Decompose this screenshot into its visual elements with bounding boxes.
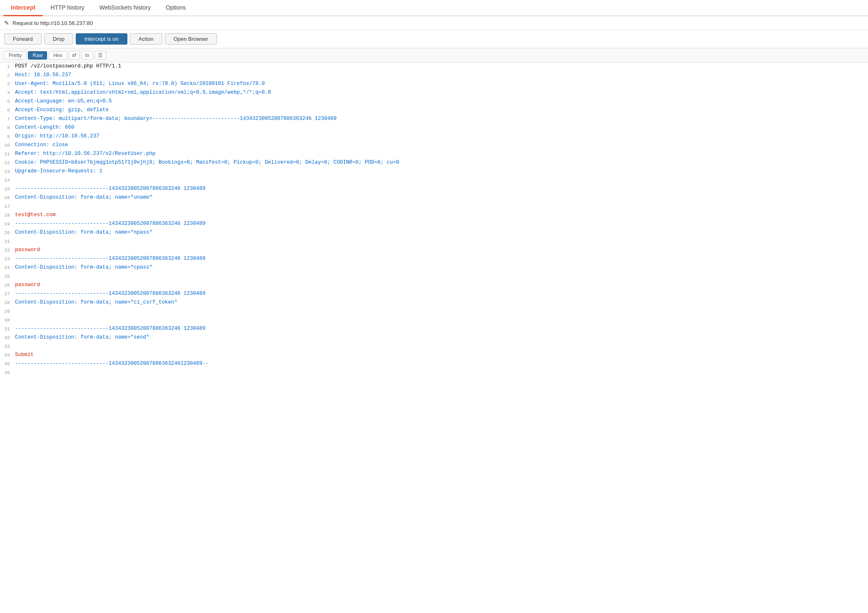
table-row: 14 bbox=[0, 176, 868, 185]
table-row: 8Content-Length: 660 bbox=[0, 124, 868, 132]
line-content: Cookie: PHPSESSID=b8ser7bjmqg1otp5171j0v… bbox=[13, 159, 868, 167]
edit-icon: ✎ bbox=[4, 20, 9, 26]
line-content: Content-Disposition: form-data; name="se… bbox=[13, 334, 868, 341]
request-label: Request to http://10.10.56.237:80 bbox=[12, 20, 93, 26]
line-number: 6 bbox=[0, 106, 13, 114]
line-number: 22 bbox=[0, 246, 13, 254]
table-row: 31------------------------------14343230… bbox=[0, 325, 868, 334]
line-number: 23 bbox=[0, 255, 13, 263]
line-content: Host: 10.10.56.237 bbox=[13, 71, 868, 79]
table-row: 17 bbox=[0, 202, 868, 211]
tab-intercept[interactable]: Intercept bbox=[3, 0, 43, 16]
table-row: 35------------------------------14343230… bbox=[0, 360, 868, 369]
line-number: 29 bbox=[0, 307, 13, 315]
table-row: 1POST /v2/lostpassword.php HTTP/1.1 bbox=[0, 62, 868, 71]
table-row: 21 bbox=[0, 237, 868, 246]
line-content: User-Agent: Mozilla/5.0 (X11; Linux x86_… bbox=[13, 80, 868, 88]
line-content: ------------------------------1434323005… bbox=[13, 325, 868, 333]
raw-button[interactable]: Raw bbox=[28, 51, 47, 60]
line-number: 19 bbox=[0, 220, 13, 228]
pretty-button[interactable]: Pretty bbox=[4, 51, 26, 60]
table-row: 2Host: 10.10.56.237 bbox=[0, 71, 868, 80]
line-number: 34 bbox=[0, 351, 13, 359]
line-content: test@test.com bbox=[13, 211, 868, 219]
open-browser-button[interactable]: Open Browser bbox=[165, 33, 217, 45]
format-row: Pretty Raw Hex ⇄ \n ☰ bbox=[0, 48, 868, 62]
line-number: 21 bbox=[0, 237, 13, 245]
newline-icon[interactable]: \n bbox=[82, 51, 93, 60]
line-number: 36 bbox=[0, 369, 13, 376]
line-content: Upgrade-Insecure-Requests: 1 bbox=[13, 167, 868, 175]
forward-button[interactable]: Forward bbox=[4, 33, 42, 45]
line-number: 8 bbox=[0, 124, 13, 132]
line-content: password bbox=[13, 281, 868, 289]
table-row: 23------------------------------14343230… bbox=[0, 255, 868, 264]
line-number: 1 bbox=[0, 62, 13, 70]
table-row: 27------------------------------14343230… bbox=[0, 290, 868, 299]
line-number: 7 bbox=[0, 115, 13, 123]
line-content: POST /v2/lostpassword.php HTTP/1.1 bbox=[13, 62, 868, 70]
line-number: 4 bbox=[0, 89, 13, 97]
hex-button[interactable]: Hex bbox=[49, 51, 67, 60]
line-number: 12 bbox=[0, 159, 13, 167]
line-content: ------------------------------1434323005… bbox=[13, 255, 868, 263]
line-content: Content-Disposition: form-data; name="ci… bbox=[13, 299, 868, 306]
table-row: 30 bbox=[0, 316, 868, 325]
table-row: 36 bbox=[0, 369, 868, 377]
line-content: Content-Disposition: form-data; name="un… bbox=[13, 194, 868, 202]
line-number: 13 bbox=[0, 167, 13, 175]
request-toolbar: ✎ Request to http://10.10.56.237:80 bbox=[0, 16, 868, 30]
drop-button[interactable]: Drop bbox=[44, 33, 73, 45]
table-row: 34Submit bbox=[0, 351, 868, 360]
table-row: 10Connection: close bbox=[0, 141, 868, 150]
line-content: Content-Disposition: form-data; name="cp… bbox=[13, 264, 868, 272]
table-row: 25 bbox=[0, 272, 868, 281]
line-number: 33 bbox=[0, 342, 13, 350]
table-row: 15------------------------------14343230… bbox=[0, 185, 868, 194]
wrap-icon[interactable]: ⇄ bbox=[69, 51, 80, 60]
line-content: ------------------------------1434323005… bbox=[13, 290, 868, 298]
table-row: 19------------------------------14343230… bbox=[0, 220, 868, 229]
table-row: 24Content-Disposition: form-data; name="… bbox=[0, 264, 868, 272]
table-row: 22password bbox=[0, 246, 868, 255]
action-button[interactable]: Action bbox=[130, 33, 162, 45]
line-number: 26 bbox=[0, 281, 13, 289]
tab-websockets-history[interactable]: WebSockets history bbox=[92, 0, 158, 16]
action-buttons: Forward Drop Intercept is on Action Open… bbox=[0, 30, 868, 48]
line-content: Content-Type: multipart/form-data; bound… bbox=[13, 115, 868, 123]
line-content: password bbox=[13, 246, 868, 254]
line-number: 25 bbox=[0, 272, 13, 280]
line-number: 9 bbox=[0, 132, 13, 140]
table-row: 9Origin: http://10.10.56.237 bbox=[0, 132, 868, 141]
line-number: 2 bbox=[0, 71, 13, 79]
line-content: Submit bbox=[13, 351, 868, 359]
table-row: 5Accept-Language: en-US,en;q=0.5 bbox=[0, 97, 868, 106]
line-content: Referer: http://10.10.56.237/v2/ResetUse… bbox=[13, 150, 868, 158]
tab-bar: Intercept HTTP history WebSockets histor… bbox=[0, 0, 868, 16]
table-row: 13Upgrade-Insecure-Requests: 1 bbox=[0, 167, 868, 176]
line-content: Content-Disposition: form-data; name="np… bbox=[13, 229, 868, 237]
table-row: 33 bbox=[0, 342, 868, 351]
line-number: 3 bbox=[0, 80, 13, 88]
table-row: 4Accept: text/html,application/xhtml+xml… bbox=[0, 89, 868, 97]
line-number: 16 bbox=[0, 194, 13, 202]
line-content: Content-Length: 660 bbox=[13, 124, 868, 132]
line-number: 30 bbox=[0, 316, 13, 324]
line-content: ------------------------------1434323005… bbox=[13, 220, 868, 228]
line-content: Accept: text/html,application/xhtml+xml,… bbox=[13, 89, 868, 97]
line-number: 32 bbox=[0, 334, 13, 341]
line-number: 15 bbox=[0, 185, 13, 193]
table-row: 20Content-Disposition: form-data; name="… bbox=[0, 229, 868, 237]
intercept-toggle-button[interactable]: Intercept is on bbox=[76, 33, 127, 45]
tab-http-history[interactable]: HTTP history bbox=[43, 0, 92, 16]
line-number: 31 bbox=[0, 325, 13, 333]
line-number: 28 bbox=[0, 299, 13, 306]
menu-icon[interactable]: ☰ bbox=[95, 51, 106, 60]
tab-options[interactable]: Options bbox=[158, 0, 193, 16]
table-row: 26password bbox=[0, 281, 868, 290]
table-row: 32Content-Disposition: form-data; name="… bbox=[0, 334, 868, 342]
table-row: 12Cookie: PHPSESSID=b8ser7bjmqg1otp5171j… bbox=[0, 159, 868, 167]
line-number: 11 bbox=[0, 150, 13, 158]
table-row: 28Content-Disposition: form-data; name="… bbox=[0, 299, 868, 307]
table-row: 7Content-Type: multipart/form-data; boun… bbox=[0, 115, 868, 124]
